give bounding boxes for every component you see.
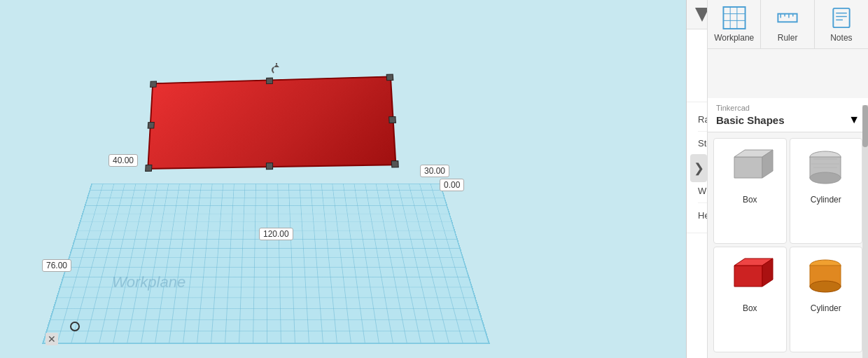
shapes-panel: Workplane Ruler Notes: [707, 0, 868, 358]
notes-button[interactable]: Notes: [815, 0, 868, 48]
handle-ml[interactable]: [148, 122, 155, 129]
svg-marker-23: [734, 266, 762, 287]
svg-rect-10: [833, 8, 849, 27]
shape-item-cylinder-grey[interactable]: Cylinder: [790, 138, 863, 244]
close-button[interactable]: ✕: [46, 333, 58, 345]
dim-120: 120.00: [259, 228, 293, 240]
svg-point-28: [810, 281, 841, 292]
workplane-icon: [722, 6, 747, 30]
canvas-area[interactable]: Workplane 40.00 76.00 30.00 0.00 120.00: [0, 0, 686, 358]
workplane-button[interactable]: Workplane: [708, 0, 761, 48]
ruler-label: Ruler: [778, 33, 798, 43]
workplane-grid: [42, 184, 490, 344]
handle-bm[interactable]: [266, 163, 273, 170]
rotate-arrow[interactable]: [268, 62, 285, 81]
cylinder-grey-label: Cylinder: [811, 195, 841, 205]
top-toolbar: Workplane Ruler Notes: [708, 0, 868, 49]
handle-br[interactable]: [391, 160, 399, 167]
dim-76: 76.00: [42, 259, 71, 272]
cylinder-orange-thumb: [798, 253, 854, 302]
box-red-thumb: [722, 253, 778, 302]
scrollbar-thumb[interactable]: [862, 105, 868, 147]
handle-tr[interactable]: [386, 74, 394, 81]
notes-label: Notes: [830, 33, 852, 43]
shapes-header: Tinkercad Basic Shapes ▼: [708, 98, 868, 132]
svg-marker-14: [734, 157, 762, 178]
shape-item-box-red[interactable]: Box: [713, 247, 787, 352]
shapes-grid: Box Cylinder: [708, 132, 868, 358]
ruler-button[interactable]: Ruler: [761, 0, 814, 48]
box-grey-thumb: [722, 144, 778, 193]
shape-item-cylinder-orange[interactable]: Cylinder: [790, 247, 863, 352]
dim-40: 40.00: [108, 154, 138, 167]
workplane-label: Workplane: [714, 33, 754, 43]
box-grey-label: Box: [743, 195, 757, 205]
box-red-label: Box: [743, 303, 757, 313]
cylinder-grey-thumb: [798, 144, 854, 193]
scrollbar-track: [862, 105, 868, 358]
handle-tl[interactable]: [150, 81, 157, 87]
main-layout: Workplane 40.00 76.00 30.00 0.00 120.00: [0, 0, 868, 358]
handle-bl[interactable]: [145, 165, 152, 172]
ruler-icon: [775, 6, 800, 30]
svg-rect-0: [723, 7, 745, 29]
cylinder-orange-label: Cylinder: [811, 303, 841, 313]
shapes-category-label: Basic Shapes: [716, 114, 785, 126]
3d-shape-box[interactable]: [147, 76, 396, 169]
dropdown-icon[interactable]: ▼: [848, 113, 860, 126]
svg-point-19: [810, 172, 841, 184]
shapes-category: Basic Shapes ▼: [716, 113, 860, 126]
scroll-indicator[interactable]: ❯: [690, 154, 707, 182]
dim-00: 0.00: [440, 179, 464, 191]
dim-30: 30.00: [420, 165, 449, 177]
shape-item-box-grey[interactable]: Box: [713, 138, 787, 244]
notes-icon: [829, 6, 854, 30]
corner-handle[interactable]: [70, 322, 80, 331]
shapes-brand: Tinkercad: [716, 104, 860, 112]
handle-mr[interactable]: [388, 116, 396, 123]
